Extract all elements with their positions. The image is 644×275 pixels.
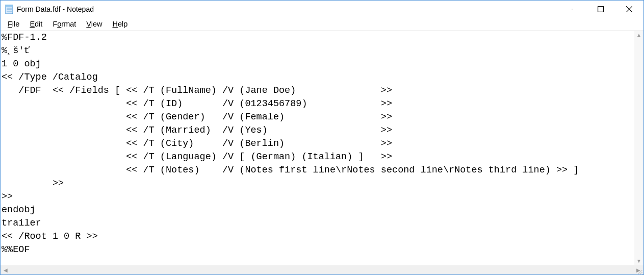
window-frame: Form Data.fdf - Notepad File Edit Format… [0, 0, 644, 275]
resize-grip[interactable] [636, 267, 642, 273]
close-button[interactable] [615, 1, 643, 18]
menu-help[interactable]: Help [108, 19, 133, 29]
menu-file[interactable]: File [3, 19, 24, 29]
svg-line-9 [638, 270, 642, 274]
maximize-button[interactable] [586, 1, 615, 18]
svg-line-11 [642, 274, 642, 274]
scroll-down-icon[interactable]: ▼ [636, 257, 641, 265]
menu-view[interactable]: View [81, 19, 107, 29]
vertical-scrollbar[interactable]: ▲ ▼ [634, 31, 643, 265]
scroll-up-icon[interactable]: ▲ [636, 31, 641, 39]
menu-edit[interactable]: Edit [24, 19, 47, 29]
notepad-icon [5, 5, 14, 14]
window-controls [558, 1, 643, 18]
menu-format[interactable]: Format [47, 19, 81, 29]
text-editor[interactable]: %FDF-1.2 %¸š'ť 1 0 obj << /Type /Catalog… [1, 31, 643, 265]
scroll-left-icon[interactable]: ◀ [2, 267, 10, 273]
window-title: Form Data.fdf - Notepad [17, 5, 94, 13]
titlebar[interactable]: Form Data.fdf - Notepad [1, 1, 643, 18]
minimize-button[interactable] [558, 1, 586, 18]
svg-rect-1 [6, 5, 13, 7]
menubar: File Edit Format View Help [1, 18, 643, 30]
horizontal-scrollbar[interactable]: ◀ ▶ [1, 265, 643, 274]
svg-rect-6 [598, 7, 604, 12]
editor-area: %FDF-1.2 %¸š'ť 1 0 obj << /Type /Catalog… [1, 30, 643, 274]
